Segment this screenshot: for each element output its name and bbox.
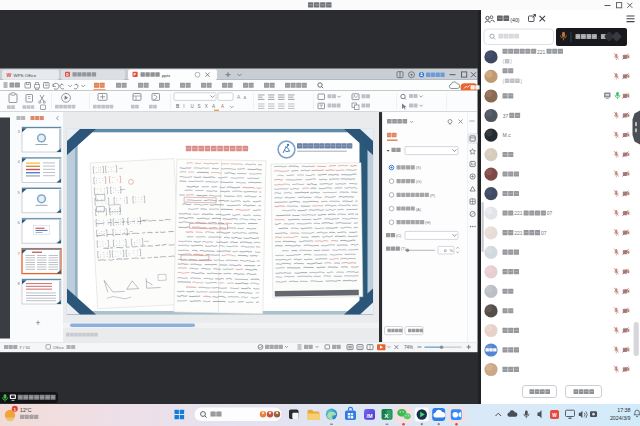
svg-text:W: W [552,413,557,418]
svg-text:221: 221 [537,50,545,55]
svg-text:(A): (A) [416,207,422,212]
svg-text:/M: /M [366,413,373,419]
svg-text:(G): (G) [416,179,422,184]
svg-text:Office: Office [53,345,65,350]
svg-text:%: % [450,248,454,253]
svg-text:(H): (H) [425,220,431,225]
svg-text:17:38: 17:38 [617,407,630,413]
svg-text:07: 07 [541,231,547,236]
svg-text:A: A [244,95,247,100]
svg-text:2024/3/9: 2024/3/9 [610,415,631,421]
svg-text:W: W [7,72,12,78]
svg-text:(40): (40) [510,17,519,23]
svg-text:(C): (C) [396,233,402,238]
svg-text:(S): (S) [416,165,422,170]
svg-text:P: P [134,73,137,77]
svg-text:I: I [183,104,184,109]
svg-text:+: + [36,318,41,328]
svg-text:D: D [66,73,69,77]
svg-text:12°C: 12°C [20,407,32,413]
svg-text:(P): (P) [430,193,436,198]
svg-text::: : [598,34,599,40]
svg-text:7 / 51: 7 / 51 [19,345,31,350]
svg-text:WPS Office: WPS Office [14,73,37,78]
svg-text:37: 37 [503,114,509,119]
svg-text:221: 221 [514,211,522,216]
svg-text:.pptx: .pptx [161,73,171,78]
svg-text:S: S [198,104,201,109]
svg-text:U: U [190,104,193,109]
svg-text:X: X [205,104,208,109]
svg-text:74%: 74% [404,345,413,350]
svg-text:221: 221 [514,231,522,236]
svg-text:M.c: M.c [503,132,512,138]
svg-text:07: 07 [547,211,553,216]
